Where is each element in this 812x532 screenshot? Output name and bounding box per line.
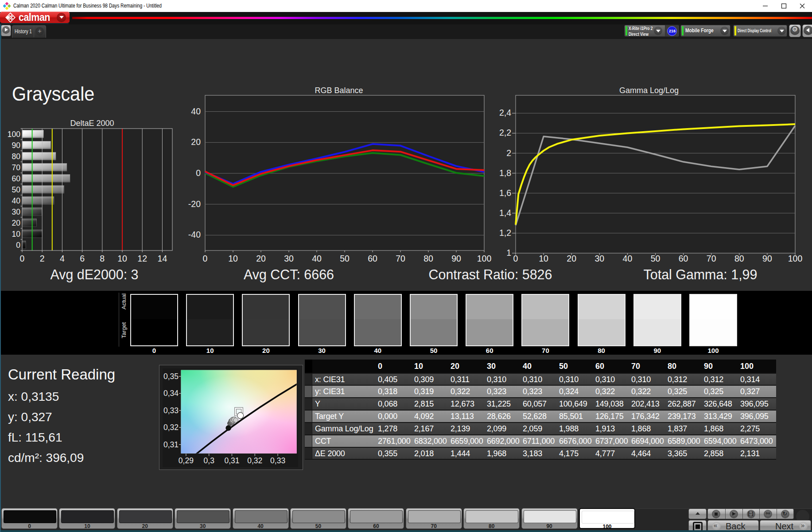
svg-text:12: 12 — [137, 254, 147, 263]
svg-text:0,29: 0,29 — [179, 456, 194, 465]
svg-text:70: 70 — [396, 254, 405, 263]
svg-text:Gamma Log/Log: Gamma Log/Log — [619, 86, 679, 95]
svg-text:80: 80 — [734, 254, 744, 263]
svg-text:20: 20 — [191, 137, 201, 147]
svg-text:30: 30 — [12, 207, 21, 216]
svg-text:1,2: 1,2 — [499, 228, 511, 238]
svg-text:-20: -20 — [188, 199, 201, 209]
svg-text:60: 60 — [368, 254, 377, 263]
svg-text:60: 60 — [679, 254, 688, 263]
svg-text:60: 60 — [12, 174, 21, 183]
svg-text:10: 10 — [539, 254, 548, 263]
svg-text:4: 4 — [60, 254, 65, 263]
svg-text:90: 90 — [12, 141, 21, 150]
svg-text:90: 90 — [762, 254, 772, 263]
svg-text:2: 2 — [506, 148, 511, 158]
svg-text:2,2: 2,2 — [499, 128, 511, 137]
svg-text:1,6: 1,6 — [499, 188, 511, 198]
svg-text:70: 70 — [12, 163, 21, 172]
svg-text:10: 10 — [228, 254, 238, 263]
svg-text:0,31: 0,31 — [163, 440, 179, 449]
svg-text:RGB Balance: RGB Balance — [315, 86, 363, 95]
svg-text:0,32: 0,32 — [247, 456, 262, 465]
svg-text:0: 0 — [203, 254, 208, 263]
svg-text:100: 100 — [8, 130, 20, 139]
svg-text:0: 0 — [16, 241, 20, 250]
svg-text:-40: -40 — [188, 230, 201, 239]
svg-text:20: 20 — [567, 254, 576, 263]
svg-text:40: 40 — [312, 254, 322, 263]
svg-text:10: 10 — [12, 230, 21, 239]
svg-text:2: 2 — [40, 254, 45, 263]
svg-text:0,3: 0,3 — [204, 456, 214, 465]
svg-text:20: 20 — [256, 254, 266, 263]
svg-text:50: 50 — [12, 185, 21, 194]
svg-text:90: 90 — [451, 254, 461, 263]
svg-text:8: 8 — [100, 254, 105, 263]
svg-text:40: 40 — [623, 254, 633, 263]
svg-text:80: 80 — [423, 254, 433, 263]
svg-text:50: 50 — [340, 254, 350, 263]
svg-text:0,33: 0,33 — [270, 456, 285, 465]
svg-text:70: 70 — [707, 254, 716, 263]
svg-text:0,35: 0,35 — [163, 372, 179, 381]
svg-text:1,8: 1,8 — [499, 168, 511, 178]
svg-text:40: 40 — [12, 196, 21, 205]
svg-text:DeltaE 2000: DeltaE 2000 — [70, 119, 114, 128]
svg-text:0,34: 0,34 — [163, 389, 179, 398]
svg-text:80: 80 — [12, 152, 21, 161]
svg-text:30: 30 — [284, 254, 294, 263]
svg-text:1: 1 — [506, 248, 511, 258]
svg-text:2,4: 2,4 — [499, 108, 511, 117]
svg-text:10: 10 — [117, 254, 127, 263]
svg-text:1,4: 1,4 — [499, 208, 511, 218]
svg-text:0: 0 — [20, 254, 25, 263]
svg-text:50: 50 — [651, 254, 660, 263]
svg-text:6: 6 — [80, 254, 85, 263]
svg-text:20: 20 — [12, 219, 21, 227]
svg-text:100: 100 — [477, 254, 492, 263]
svg-text:100: 100 — [788, 254, 803, 263]
svg-text:40: 40 — [191, 106, 201, 116]
svg-text:0: 0 — [196, 168, 201, 178]
svg-text:0,31: 0,31 — [224, 456, 239, 465]
svg-text:0,32: 0,32 — [163, 423, 179, 432]
svg-text:14: 14 — [158, 254, 167, 263]
svg-text:30: 30 — [594, 254, 604, 263]
svg-text:0: 0 — [513, 254, 518, 263]
svg-text:0,33: 0,33 — [163, 406, 179, 415]
